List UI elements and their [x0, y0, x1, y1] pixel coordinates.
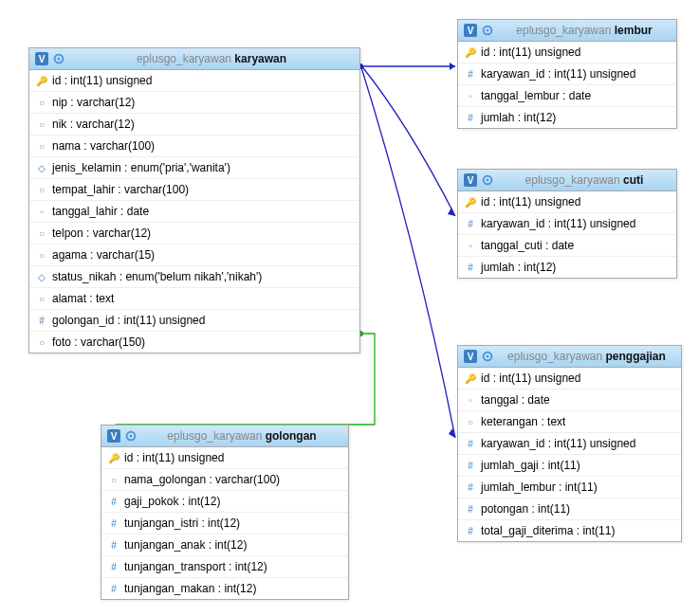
svg-point-13: [487, 179, 489, 182]
column-text: karyawan_id : int(11) unsigned: [481, 217, 635, 230]
num-icon: #: [109, 562, 119, 572]
str-icon: ○: [466, 417, 475, 427]
column-row[interactable]: #jumlah : int(12): [458, 256, 676, 278]
table-columns: 🔑id : int(11) unsigned○nama_golongan : v…: [101, 447, 348, 599]
table-header[interactable]: V eplusgo_karyawan karyawan: [29, 48, 359, 70]
column-text: telpon : varchar(12): [52, 226, 151, 240]
column-text: tunjangan_transport : int(12): [124, 560, 267, 573]
column-row[interactable]: #tunjangan_transport : int(12): [101, 555, 348, 577]
column-row[interactable]: ○agama : varchar(15): [29, 244, 359, 265]
num-icon: #: [466, 439, 475, 449]
gear-icon[interactable]: [481, 24, 494, 37]
svg-point-9: [130, 435, 133, 438]
column-row[interactable]: ○alamat : text: [29, 287, 359, 309]
view-icon[interactable]: V: [464, 24, 477, 37]
column-row[interactable]: #karyawan_id : int(11) unsigned: [458, 212, 676, 234]
gear-icon[interactable]: [124, 429, 138, 443]
column-row[interactable]: 🔑id : int(11) unsigned: [101, 447, 348, 468]
gear-icon[interactable]: [481, 350, 494, 363]
column-text: tempat_lahir : varchar(100): [52, 183, 189, 196]
str-icon: ○: [37, 141, 46, 152]
column-row[interactable]: #karyawan_id : int(11) unsigned: [458, 432, 681, 454]
column-row[interactable]: ▫tanggal_lahir : date: [29, 200, 359, 222]
enum-icon: ◇: [37, 272, 46, 282]
column-row[interactable]: ○foto : varchar(150): [29, 331, 359, 353]
column-row[interactable]: #jumlah_gaji : int(11): [458, 454, 681, 476]
column-row[interactable]: 🔑id : int(11) unsigned: [458, 191, 676, 212]
num-icon: #: [109, 540, 119, 551]
column-row[interactable]: ○nik : varchar(12): [29, 113, 359, 135]
column-text: nik : varchar(12): [52, 118, 135, 131]
table-header[interactable]: V eplusgo_karyawan cuti: [458, 170, 676, 191]
gear-icon[interactable]: [52, 52, 65, 65]
column-row[interactable]: #karyawan_id : int(11) unsigned: [458, 63, 676, 84]
column-row[interactable]: #tunjangan_istri : int(12): [101, 512, 348, 534]
table-header[interactable]: V eplusgo_karyawan lembur: [458, 20, 676, 42]
column-row[interactable]: ▫tanggal : date: [458, 389, 681, 410]
column-row[interactable]: #jumlah_lembur : int(11): [458, 476, 681, 498]
num-icon: #: [466, 504, 475, 515]
column-row[interactable]: #total_gaji_diterima : int(11): [458, 519, 681, 541]
table-columns: 🔑id : int(11) unsigned#karyawan_id : int…: [458, 191, 676, 278]
column-text: total_gaji_diterima : int(11): [481, 524, 615, 537]
column-row[interactable]: #tunjangan_anak : int(12): [101, 534, 348, 555]
column-row[interactable]: ▫tanggal_lembur : date: [458, 84, 676, 106]
table-columns: 🔑id : int(11) unsigned▫tanggal : date○ke…: [458, 368, 681, 541]
column-row[interactable]: 🔑id : int(11) unsigned: [458, 368, 681, 389]
column-row[interactable]: ○keterangan : text: [458, 410, 681, 432]
column-text: id : int(11) unsigned: [481, 371, 580, 385]
column-text: karyawan_id : int(11) unsigned: [481, 437, 635, 450]
column-text: jumlah_gaji : int(11): [481, 459, 580, 472]
column-text: nip : varchar(12): [52, 96, 135, 109]
column-row[interactable]: ○tempat_lahir : varchar(100): [29, 178, 359, 200]
key-icon: 🔑: [466, 197, 475, 208]
view-icon[interactable]: V: [107, 429, 120, 443]
str-icon: ○: [37, 185, 46, 195]
column-text: id : int(11) unsigned: [52, 74, 152, 87]
table-header[interactable]: V eplusgo_karyawan penggajian: [458, 346, 681, 368]
column-text: jumlah_lembur : int(11): [481, 480, 598, 494]
table-golongan[interactable]: V eplusgo_karyawan golongan 🔑id : int(11…: [101, 425, 349, 600]
table-karyawan[interactable]: V eplusgo_karyawan karyawan 🔑id : int(11…: [28, 47, 360, 353]
enum-icon: ◇: [37, 163, 46, 173]
column-row[interactable]: ◇status_nikah : enum('belum nikah','nika…: [29, 265, 359, 287]
column-row[interactable]: 🔑id : int(11) unsigned: [458, 42, 676, 63]
column-row[interactable]: #potongan : int(11): [458, 498, 681, 519]
view-icon[interactable]: V: [464, 173, 477, 187]
column-text: foto : varchar(150): [52, 335, 145, 349]
column-text: agama : varchar(15): [52, 248, 155, 262]
column-row[interactable]: ▫tanggal_cuti : date: [458, 234, 676, 256]
column-row[interactable]: ◇jenis_kelamin : enum('pria','wanita'): [29, 156, 359, 178]
table-cuti[interactable]: V eplusgo_karyawan cuti 🔑id : int(11) un…: [457, 169, 677, 279]
date-icon: ▫: [466, 395, 475, 406]
table-penggajian[interactable]: V eplusgo_karyawan penggajian 🔑id : int(…: [457, 345, 682, 542]
str-icon: ○: [37, 250, 46, 261]
svg-point-15: [487, 355, 489, 358]
column-row[interactable]: ○nama : varchar(100): [29, 135, 359, 156]
str-icon: ○: [37, 337, 46, 348]
key-icon: 🔑: [37, 76, 46, 86]
date-icon: ▫: [466, 91, 475, 101]
column-row[interactable]: #golongan_id : int(11) unsigned: [29, 309, 359, 331]
num-icon: #: [109, 584, 119, 594]
column-row[interactable]: ○telpon : varchar(12): [29, 222, 359, 244]
view-icon[interactable]: V: [464, 350, 477, 363]
column-row[interactable]: #jumlah : int(12): [458, 106, 676, 128]
table-header[interactable]: V eplusgo_karyawan golongan: [101, 426, 348, 447]
num-icon: #: [109, 518, 119, 529]
num-icon: #: [466, 482, 475, 493]
column-row[interactable]: 🔑id : int(11) unsigned: [29, 70, 359, 91]
column-row[interactable]: ○nama_golongan : varchar(100): [101, 468, 348, 490]
column-row[interactable]: #tunjangan_makan : int(12): [101, 577, 348, 599]
table-columns: 🔑id : int(11) unsigned○nip : varchar(12)…: [29, 70, 359, 353]
num-icon: #: [466, 461, 475, 471]
column-text: id : int(11) unsigned: [124, 451, 224, 464]
column-text: id : int(11) unsigned: [481, 45, 580, 59]
column-row[interactable]: #gaji_pokok : int(12): [101, 490, 348, 512]
gear-icon[interactable]: [481, 173, 494, 187]
column-row[interactable]: ○nip : varchar(12): [29, 91, 359, 113]
table-lembur[interactable]: V eplusgo_karyawan lembur 🔑id : int(11) …: [457, 19, 677, 129]
svg-marker-0: [450, 63, 455, 70]
table-title: eplusgo_karyawan penggajian: [498, 350, 675, 363]
view-icon[interactable]: V: [35, 52, 48, 65]
